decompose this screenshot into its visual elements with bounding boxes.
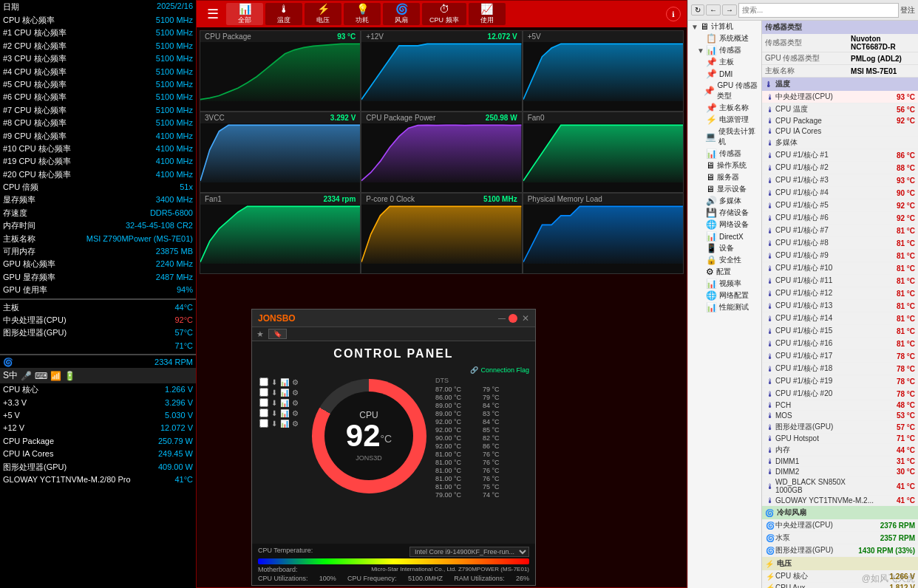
tree-item-显示设备[interactable]: 🖥 显示设备	[688, 183, 761, 195]
tree-item-DMI[interactable]: 📌 DMI	[688, 68, 761, 80]
hwinfo-tab-使用[interactable]: 📈使用	[469, 3, 506, 25]
tree-item-使我去计算机[interactable]: 💻 使我去计算机	[688, 126, 761, 148]
tree-item-传感器[interactable]: ▼ 📊 传感器	[688, 44, 761, 56]
tree-item-操作系统[interactable]: 🖥 操作系统	[688, 160, 761, 171]
jonsbo-bottom: CPU Temperature: Intel Core i9-14900KF_F…	[252, 544, 535, 585]
tree-item-主板[interactable]: 📌 主板	[688, 56, 761, 68]
voltage-section-header: ⚡电压	[762, 557, 918, 570]
temp-sensor-row[interactable]: 🌡 CPU #1/核心 #18 78 °C	[762, 363, 918, 375]
tree-item-设备[interactable]: 📱 设备	[688, 242, 761, 254]
hwinfo-tab-功耗[interactable]: 💡功耗	[344, 3, 381, 25]
temp-sensor-row[interactable]: 🌡 CPU 温度 56 °C	[762, 103, 918, 116]
temp-sensor-row[interactable]: 🌡 内存 44 °C	[762, 444, 918, 457]
channel-check-1[interactable]	[259, 377, 268, 386]
temp-sensor-row[interactable]: 🌡 WD_BLACK SN850X 1000GB 41 °C	[762, 477, 918, 496]
tree-item-视频率[interactable]: 📊 视频率	[688, 278, 761, 290]
jonsbo-ram-value: 26%	[516, 575, 529, 582]
row-label: 存速度	[3, 208, 27, 219]
search-input[interactable]	[738, 3, 899, 18]
tree-item-传感器[interactable]: 📊 传感器	[688, 148, 761, 160]
temp-sensor-row[interactable]: 🌡 CPU #1/核心 #19 78 °C	[762, 375, 918, 388]
tree-item-电源管理[interactable]: ⚡ 电源管理	[688, 114, 761, 126]
tree-item-服务器[interactable]: 🖥 服务器	[688, 171, 761, 183]
hwinfo-tab-温度[interactable]: 🌡温度	[265, 3, 302, 25]
tree-item-DirectX[interactable]: 📊 DirectX	[688, 230, 761, 242]
fan-sensor-row[interactable]: 🌀图形处理器(GPU)1430 RPM (33%)	[762, 544, 918, 557]
jonsbo-close-button[interactable]	[509, 314, 517, 323]
hwinfo-menu-button[interactable]: ☰	[203, 6, 223, 22]
connection-icon: 🔗	[470, 366, 478, 374]
temp-sensor-row[interactable]: 🌡 CPU #1/核心 #15 81 °C	[762, 325, 918, 338]
hwinfo-tab-全部[interactable]: 📊全部	[226, 3, 263, 25]
temp-sensor-row[interactable]: 🌡 CPU Package 92 °C	[762, 116, 918, 126]
temp-sensor-row[interactable]: 🌡 MOS 53 °C	[762, 411, 918, 421]
tree-item-性能测试[interactable]: 📊 性能测试	[688, 301, 761, 313]
temp-sensor-row[interactable]: 🌡 CPU #1/核心 #1 86 °C	[762, 149, 918, 162]
sensor-name: 多媒体	[775, 137, 874, 148]
temp-sensor-row[interactable]: 🌡 CPU #1/核心 #13 81 °C	[762, 300, 918, 312]
temp-sensor-row[interactable]: 🌡 CPU #1/核心 #3 93 °C	[762, 174, 918, 187]
dash-cell-header-5: Fan0	[523, 112, 683, 123]
temp-sensor-row[interactable]: 🌡 CPU #1/核心 #6 92 °C	[762, 212, 918, 225]
dash-cell-label-2: +5V	[528, 33, 541, 41]
tree-item-配置[interactable]: ⚙ 配置	[688, 266, 761, 278]
fan-sensor-row[interactable]: 🌀水泵2357 RPM	[762, 532, 918, 544]
temp-sensor-row[interactable]: 🌡 CPU #1/核心 #5 92 °C	[762, 199, 918, 212]
tree-item-主板名称[interactable]: 📌 主板名称	[688, 102, 761, 114]
temp-sensor-row[interactable]: 🌡 中央处理器(CPU) 93 °C	[762, 91, 918, 103]
temp-sensor-row[interactable]: 🌡 CPU #1/核心 #20 78 °C	[762, 388, 918, 400]
temp-sensor-row[interactable]: 🌡 多媒体	[762, 137, 918, 149]
temp-icon: 🌡	[765, 151, 775, 160]
tree-item-安全性[interactable]: 🔒 安全性	[688, 254, 761, 266]
tree-item-网络设备[interactable]: 🌐 网络设备	[688, 219, 761, 230]
jonsbo-bookmark-button[interactable]: 🔖	[268, 329, 287, 339]
hwinfo-tab-CPU 频率[interactable]: ⏱CPU 频率	[422, 3, 466, 25]
tree-item-多媒体[interactable]: 🔊 多媒体	[688, 195, 761, 207]
hwinfo-tab-风扇[interactable]: 🌀风扇	[383, 3, 420, 25]
tree-item-存储设备[interactable]: 💾 存储设备	[688, 207, 761, 219]
temp-sensor-row[interactable]: 🌡 DIMM1 31 °C	[762, 457, 918, 467]
temp-sensor-row[interactable]: 🌡 CPU #1/核心 #11 81 °C	[762, 275, 918, 287]
temp-sensor-row[interactable]: 🌡 CPU #1/核心 #10 81 °C	[762, 262, 918, 275]
channel-check-5[interactable]	[259, 419, 268, 428]
temp-sensor-row[interactable]: 🌡 CPU #1/核心 #9 81 °C	[762, 250, 918, 262]
dts-min4: 83 °C	[483, 410, 529, 417]
forward-button[interactable]: →	[722, 4, 737, 16]
temp-sensor-row[interactable]: 🌡 图形处理器(GPU) 57 °C	[762, 421, 918, 434]
battery-icon: 🔋	[64, 371, 75, 381]
row-value: 2487 MHz	[156, 272, 193, 283]
temp-sensor-row[interactable]: 🌡 CPU #1/核心 #17 78 °C	[762, 350, 918, 363]
jonsbo-cpu-freq-value: 5100.0MHZ	[408, 575, 443, 582]
channel-check-3[interactable]	[259, 398, 268, 407]
temp-sensor-row[interactable]: 🌡 CPU #1/核心 #8 81 °C	[762, 237, 918, 250]
temp-sensor-row[interactable]: 🌡 CPU #1/核心 #14 81 °C	[762, 312, 918, 325]
temp-sensor-row[interactable]: 🌡 CPU #1/核心 #12 81 °C	[762, 287, 918, 300]
tree-item-计算机[interactable]: ▼ 🖥 计算机	[688, 21, 761, 33]
jonsbo-cpu-sensor-select[interactable]: Intel Core i9-14900KF_Free-run...	[409, 547, 529, 557]
temp-sensor-row[interactable]: 🌡 DIMM2 30 °C	[762, 467, 918, 477]
left-cpu-row: 显存频率3400 MHz	[0, 194, 196, 206]
sensor-name: CPU #1/核心 #11	[775, 276, 874, 286]
channel-check-4[interactable]	[259, 408, 268, 417]
tree-item-GPU 传感器类型[interactable]: 📌 GPU 传感器类型	[688, 80, 761, 102]
hwinfo-info-button[interactable]: ℹ	[666, 7, 681, 21]
temp-sensor-row[interactable]: 🌡 CPU #1/核心 #7 81 °C	[762, 225, 918, 237]
voltage-sensor-row[interactable]: ⚡CPU Aux1.812 V	[762, 583, 918, 588]
temp-sensor-row[interactable]: 🌡 GPU Hotspot 71 °C	[762, 434, 918, 444]
tree-item-网络配置[interactable]: 🌐 网络配置	[688, 290, 761, 301]
temp-label: 图形处理器(GPU)	[3, 327, 67, 338]
temp-sensor-row[interactable]: 🌡 CPU #1/核心 #2 88 °C	[762, 162, 918, 174]
channel-check-2[interactable]	[259, 388, 268, 397]
left-temp-row: 71°C	[0, 340, 196, 352]
temp-sensor-row[interactable]: 🌡 PCH 48 °C	[762, 400, 918, 411]
temp-sensor-row[interactable]: 🌡 CPU #1/核心 #4 90 °C	[762, 187, 918, 199]
fan-sensor-row[interactable]: 🌀中央处理器(CPU)2376 RPM	[762, 519, 918, 532]
back-button[interactable]: ←	[706, 4, 721, 16]
hwinfo-tab-电压[interactable]: ⚡电压	[305, 3, 341, 25]
refresh-button[interactable]: ↻	[691, 4, 704, 16]
voltage-sensor-row[interactable]: ⚡CPU 核心1.266 V	[762, 570, 918, 583]
temp-sensor-row[interactable]: 🌡 GLOWAY YCT1TNVMe-M.2... 41 °C	[762, 496, 918, 506]
temp-sensor-row[interactable]: 🌡 CPU #1/核心 #16 81 °C	[762, 338, 918, 350]
tree-item-系统概述[interactable]: 📋 系统概述	[688, 33, 761, 44]
temp-sensor-row[interactable]: 🌡 CPU IA Cores	[762, 126, 918, 137]
